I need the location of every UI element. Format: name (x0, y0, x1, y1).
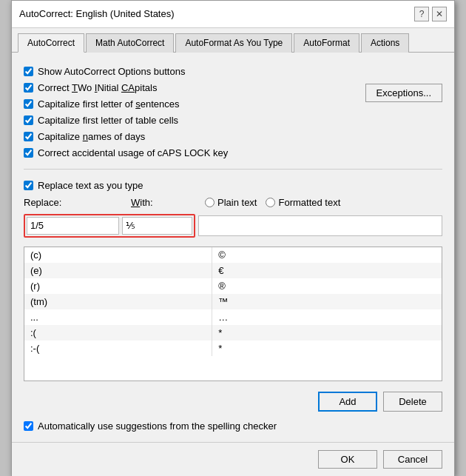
table-row[interactable]: (r)® (24, 278, 442, 294)
ok-button[interactable]: OK (318, 450, 377, 469)
dialog-content: Show AutoCorrect Options buttons Correct… (12, 53, 454, 442)
dialog-title: AutoCorrect: English (United States) (19, 8, 175, 19)
table-row[interactable]: (c)© (24, 247, 442, 263)
table-row[interactable]: :(* (24, 325, 442, 341)
tab-bar: AutoCorrect Math AutoCorrect AutoFormat … (12, 28, 454, 53)
tab-autocorrect[interactable]: AutoCorrect (18, 33, 84, 53)
correct-caps-lock-label: Correct accidental usage of cAPS LOCK ke… (38, 147, 228, 158)
replace-text-checkbox-row: Replace text as you type (24, 180, 442, 191)
formatted-text-radio-label[interactable]: Formatted text (266, 197, 340, 208)
help-button[interactable]: ? (414, 7, 429, 21)
title-bar: AutoCorrect: English (United States) ? ✕ (12, 1, 454, 28)
table-cell-with: © (212, 247, 442, 263)
replace-text-checkbox[interactable] (24, 181, 33, 190)
checkboxes-block: Show AutoCorrect Options buttons Correct… (24, 66, 228, 158)
table-cell-with: * (212, 325, 442, 341)
plain-text-label: Plain text (217, 197, 257, 208)
formatted-text-label: Formatted text (278, 197, 340, 208)
replace-field[interactable] (27, 217, 119, 235)
capitalize-days-label: Capitalize names of days (38, 131, 145, 142)
replace-input-highlighted (24, 214, 195, 238)
show-autocorrect-options-checkbox[interactable] (24, 67, 33, 76)
table-row[interactable]: (e)€ (24, 263, 442, 278)
table-cell-replace: (e) (24, 263, 212, 278)
table-cell-replace: (tm) (24, 294, 212, 309)
correct-two-initial-capitals-label: Correct TWo INitial CApitals (38, 82, 157, 93)
capitalize-days-row: Capitalize names of days (24, 131, 228, 142)
table-row[interactable]: ...… (24, 309, 442, 325)
table-cell-replace: ... (24, 309, 212, 325)
with-field[interactable] (122, 217, 192, 235)
replace-table-section: (c)©(e)€(r)®(tm)™...…:(*:-(* (24, 247, 442, 381)
capitalize-table-cells-row: Capitalize first letter of table cells (24, 115, 228, 126)
table-cell-replace: :( (24, 325, 212, 341)
capitalize-sentences-label: Capitalize first letter of sentences (38, 98, 179, 110)
table-cell-replace: :-( (24, 341, 212, 356)
table-cell-with: * (212, 341, 442, 356)
spelling-checkbox[interactable] (24, 421, 33, 431)
table-cell-with: … (212, 309, 442, 325)
separator-1 (24, 169, 442, 170)
tab-actions[interactable]: Actions (361, 33, 409, 53)
table-row[interactable]: :-(* (24, 341, 442, 356)
correct-two-initial-capitals-row: Correct TWo INitial CApitals (24, 82, 228, 93)
table-cell-replace: (c) (24, 247, 212, 263)
replace-table-scroll[interactable]: (c)©(e)€(r)®(tm)™...…:(*:-(* (24, 247, 442, 381)
add-button[interactable]: Add (318, 392, 377, 412)
capitalize-sentences-checkbox[interactable] (24, 99, 33, 109)
cancel-button[interactable]: Cancel (383, 450, 442, 469)
autocorrect-dialog: AutoCorrect: English (United States) ? ✕… (11, 0, 455, 476)
show-autocorrect-options-label: Show AutoCorrect Options buttons (38, 66, 185, 77)
table-cell-with: € (212, 263, 442, 278)
capitalize-days-checkbox[interactable] (24, 132, 33, 141)
close-button[interactable]: ✕ (432, 7, 447, 21)
correct-two-initial-capitals-checkbox[interactable] (24, 83, 33, 93)
exceptions-button[interactable]: Exceptions... (365, 84, 442, 102)
with-extra-field[interactable] (198, 215, 442, 236)
replace-text-label: Replace text as you type (38, 180, 143, 191)
delete-button[interactable]: Delete (383, 392, 442, 412)
replace-inputs-row (24, 214, 442, 238)
table-cell-replace: (r) (24, 278, 212, 294)
tab-autoformat[interactable]: AutoFormat (294, 33, 359, 53)
plain-text-radio[interactable] (205, 198, 215, 207)
correct-caps-lock-checkbox[interactable] (24, 148, 33, 158)
replace-header-with: With: (131, 197, 205, 208)
show-autocorrect-options-row: Show AutoCorrect Options buttons (24, 66, 228, 77)
radio-group: Plain text Formatted text (205, 197, 340, 208)
tab-autoformat-as-you-type[interactable]: AutoFormat As You Type (175, 33, 292, 53)
table-row[interactable]: (tm)™ (24, 294, 442, 309)
spelling-label: Automatically use suggestions from the s… (38, 420, 277, 432)
plain-text-radio-label[interactable]: Plain text (205, 197, 257, 208)
replace-header-row: Replace: With: Plain text Formatted text (24, 197, 442, 208)
add-delete-row: Add Delete (24, 392, 442, 412)
exceptions-section: Exceptions... (365, 63, 442, 102)
checkboxes-and-exceptions: Show AutoCorrect Options buttons Correct… (24, 63, 442, 158)
replace-header-replace: Replace: (24, 197, 131, 208)
formatted-text-radio[interactable] (266, 198, 275, 207)
spelling-checkbox-row: Automatically use suggestions from the s… (24, 420, 442, 432)
table-cell-with: ® (212, 278, 442, 294)
tab-math-autocorrect[interactable]: Math AutoCorrect (86, 33, 174, 53)
capitalize-sentences-row: Capitalize first letter of sentences (24, 98, 228, 110)
correct-caps-lock-row: Correct accidental usage of cAPS LOCK ke… (24, 147, 228, 158)
replace-table: (c)©(e)€(r)®(tm)™...…:(*:-(* (24, 247, 442, 356)
footer-buttons: OK Cancel (12, 442, 454, 476)
capitalize-table-cells-checkbox[interactable] (24, 115, 33, 125)
capitalize-table-cells-label: Capitalize first letter of table cells (38, 115, 178, 126)
table-cell-with: ™ (212, 294, 442, 309)
title-controls: ? ✕ (414, 7, 447, 21)
